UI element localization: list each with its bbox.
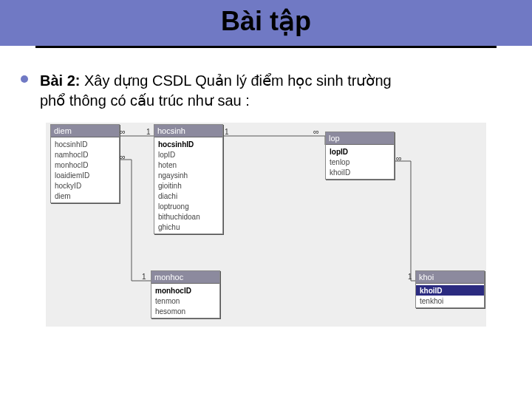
table-fields: khoiIDtenkhoi [416,284,484,307]
field: namhocID [51,149,119,160]
field: hocsinhID [154,139,222,149]
cardinality-one: 1 [142,273,146,281]
cardinality-many: ∞ [313,127,319,136]
title-underline [35,46,497,48]
cardinality-many: ∞ [120,127,126,136]
table-header: monhoc [151,271,219,284]
field: diem [51,191,119,201]
field: lopID [154,149,222,160]
slide-title: Bài tập [0,6,532,37]
table-fields: monhocIDtenmonhesomon [151,284,219,318]
table-header: lop [326,132,394,145]
table-monhoc: monhoc monhocIDtenmonhesomon [151,270,220,318]
field: tenmon [151,296,219,306]
field: hesomon [151,306,219,316]
field: hocsinhID [51,139,119,149]
field: tenlop [326,157,394,167]
exercise-text-line2: phổ thông có cấu trúc như sau : [40,91,510,111]
table-fields: hocsinhIDlopIDhotenngaysinhgioitinhdiach… [154,137,222,233]
cardinality-one: 1 [225,128,229,136]
field: bithuchidoan [154,211,222,222]
cardinality-one: 1 [146,128,151,136]
field: khoiID [416,285,484,296]
cardinality-one: 1 [408,273,412,281]
table-lop: lop lopIDtenlopkhoiID [325,132,395,180]
table-header: diem [51,125,119,137]
table-diem: diem hocsinhIDnamhocIDmonhocIDloaidiemID… [50,124,120,203]
table-fields: hocsinhIDnamhocIDmonhocIDloaidiemIDhocky… [51,137,119,202]
field: loptruong [154,201,222,211]
field: monhocID [151,285,219,296]
cardinality-many: ∞ [120,152,126,161]
field: ghichu [154,222,222,232]
field: hoten [154,160,222,170]
field: lopID [326,146,394,157]
table-fields: lopIDtenlopkhoiID [326,145,394,179]
cardinality-many: ∞ [396,154,402,163]
field: tenkhoi [416,296,484,306]
table-header: hocsinh [154,125,222,137]
exercise-number: Bài 2: [40,72,80,89]
slide: { "title": "Bài tập", "bullet_lead": "Bà… [0,0,532,399]
field: monhocID [51,160,119,170]
body-text: Bài 2: Xây dựng CSDL Quản lý điểm học si… [40,71,510,111]
field: diachi [154,191,222,201]
field: hockyID [51,180,119,191]
field: ngaysinh [154,170,222,180]
field: khoiID [326,167,394,177]
er-diagram: diem hocsinhIDnamhocIDmonhocIDloaidiemID… [46,123,486,327]
field: gioitinh [154,180,222,191]
table-khoi: khoi khoiIDtenkhoi [415,270,485,308]
table-header: khoi [416,271,484,284]
table-hocsinh: hocsinh hocsinhIDlopIDhotenngaysinhgioit… [154,124,223,234]
bullet-icon [21,75,28,83]
exercise-text-line1: Xây dựng CSDL Quản lý điểm học sinh trườ… [80,72,391,89]
field: loaidiemID [51,170,119,180]
